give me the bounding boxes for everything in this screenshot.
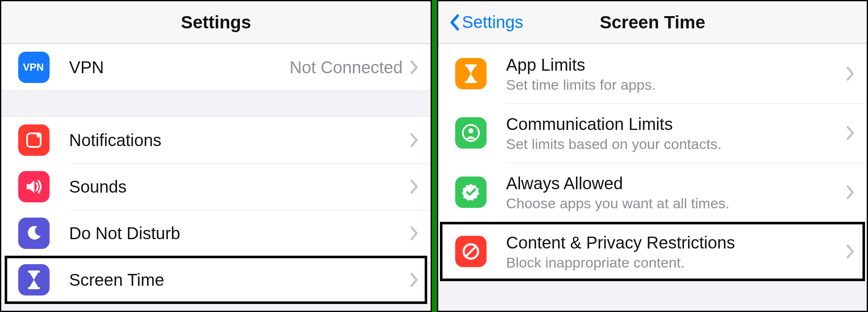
svg-text:VPN: VPN bbox=[23, 61, 44, 73]
vpn-label: VPN bbox=[69, 57, 289, 77]
communication-limits-sub: Set limits based on your contacts. bbox=[506, 136, 846, 152]
dnd-label: Do Not Disturb bbox=[69, 223, 410, 243]
chevron-right-icon bbox=[846, 244, 855, 259]
row-always-allowed[interactable]: Always Allowed Choose apps you want at a… bbox=[438, 163, 867, 222]
sounds-icon bbox=[18, 171, 50, 202]
svg-rect-3 bbox=[28, 271, 40, 273]
app-limits-sub: Set time limits for apps. bbox=[506, 77, 846, 93]
svg-rect-4 bbox=[28, 287, 40, 289]
sounds-label: Sounds bbox=[69, 177, 410, 197]
settings-row-vpn[interactable]: VPN VPN Not Connected bbox=[1, 44, 431, 91]
settings-row-screentime[interactable]: Screen Time bbox=[1, 257, 431, 303]
always-allowed-sub: Choose apps you want at all times. bbox=[506, 195, 846, 212]
chevron-right-icon bbox=[846, 126, 855, 140]
svg-rect-5 bbox=[465, 64, 477, 66]
notifications-label: Notifications bbox=[69, 130, 410, 150]
page-title: Settings bbox=[181, 12, 251, 33]
chevron-right-icon bbox=[410, 273, 419, 287]
svg-point-8 bbox=[468, 128, 473, 133]
screentime-label: Screen Time bbox=[69, 270, 410, 290]
hourglass-icon bbox=[18, 264, 50, 295]
settings-row-notifications[interactable]: Notifications bbox=[1, 117, 431, 163]
settings-group-network: VPN VPN Not Connected bbox=[1, 44, 431, 91]
svg-rect-6 bbox=[465, 81, 477, 83]
navbar-settings: Settings bbox=[1, 1, 431, 44]
section-gap bbox=[1, 91, 431, 116]
row-content-privacy[interactable]: Content & Privacy Restrictions Block ina… bbox=[438, 222, 867, 281]
screentime-panel: Settings Screen Time App Limits Set time… bbox=[437, 0, 868, 312]
chevron-right-icon bbox=[410, 179, 419, 194]
settings-panel: Settings VPN VPN Not Connected bbox=[0, 0, 432, 312]
chevron-right-icon bbox=[410, 133, 419, 147]
contact-circle-icon bbox=[455, 117, 487, 149]
app-limits-label: App Limits bbox=[506, 55, 846, 75]
hourglass-icon bbox=[455, 58, 487, 89]
chevron-right-icon bbox=[846, 185, 855, 199]
row-app-limits[interactable]: App Limits Set time limits for apps. bbox=[438, 44, 867, 103]
vpn-icon: VPN bbox=[18, 52, 50, 83]
footer-gap bbox=[438, 282, 867, 289]
row-communication-limits[interactable]: Communication Limits Set limits based on… bbox=[438, 103, 867, 163]
chevron-right-icon bbox=[410, 226, 419, 240]
panel-separator bbox=[432, 0, 437, 312]
page-title: Screen Time bbox=[600, 12, 705, 33]
settings-row-sounds[interactable]: Sounds bbox=[1, 163, 431, 210]
svg-point-2 bbox=[36, 133, 42, 138]
communication-limits-label: Communication Limits bbox=[506, 114, 846, 134]
vpn-value: Not Connected bbox=[289, 58, 403, 77]
moon-icon bbox=[18, 218, 50, 249]
screentime-list: App Limits Set time limits for apps. Co bbox=[438, 44, 867, 282]
chevron-right-icon bbox=[846, 66, 855, 81]
chevron-right-icon bbox=[410, 60, 419, 75]
checkmark-seal-icon bbox=[455, 177, 487, 208]
chevron-left-icon bbox=[449, 14, 459, 31]
content-privacy-label: Content & Privacy Restrictions bbox=[506, 232, 846, 253]
navbar-screentime: Settings Screen Time bbox=[438, 1, 867, 44]
notifications-icon bbox=[18, 124, 50, 156]
back-button[interactable]: Settings bbox=[449, 1, 523, 43]
prohibit-icon bbox=[455, 236, 487, 267]
settings-group-system: Notifications Sounds bbox=[1, 116, 431, 304]
back-label: Settings bbox=[462, 13, 523, 32]
settings-row-dnd[interactable]: Do Not Disturb bbox=[1, 210, 431, 257]
content-privacy-sub: Block inappropriate content. bbox=[506, 254, 846, 271]
always-allowed-label: Always Allowed bbox=[506, 173, 846, 193]
svg-line-10 bbox=[466, 246, 476, 257]
